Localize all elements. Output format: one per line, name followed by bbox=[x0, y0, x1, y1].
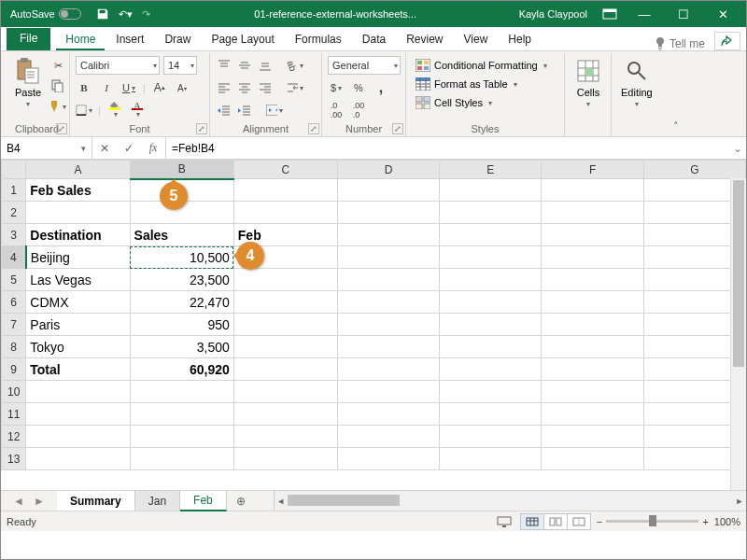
increase-decimal-icon[interactable]: .0.00 bbox=[328, 102, 345, 119]
align-center-icon[interactable] bbox=[236, 79, 253, 96]
row-header[interactable]: 4 bbox=[2, 246, 26, 269]
cut-icon[interactable]: ✂ bbox=[49, 57, 66, 74]
underline-button[interactable]: U bbox=[120, 79, 137, 96]
orientation-icon[interactable]: ab bbox=[287, 57, 303, 74]
tab-insert[interactable]: Insert bbox=[106, 29, 153, 50]
cell[interactable]: Feb Sales bbox=[26, 179, 130, 202]
row-header[interactable]: 9 bbox=[2, 358, 26, 381]
tab-view[interactable]: View bbox=[455, 29, 498, 50]
share-button[interactable] bbox=[714, 32, 740, 50]
page-layout-view-button[interactable] bbox=[543, 513, 568, 530]
save-icon[interactable] bbox=[96, 7, 109, 21]
row-header[interactable]: 8 bbox=[2, 336, 26, 358]
active-cell[interactable]: 10,500 bbox=[130, 246, 233, 269]
page-break-view-button[interactable] bbox=[567, 513, 591, 530]
sheet-tab-jan[interactable]: Jan bbox=[135, 491, 180, 511]
formula-input[interactable]: =Feb!B4 bbox=[166, 137, 729, 159]
tab-home[interactable]: Home bbox=[56, 29, 105, 50]
alignment-launcher[interactable]: ⤢ bbox=[308, 123, 319, 134]
row-header[interactable]: 6 bbox=[2, 291, 26, 314]
normal-view-button[interactable] bbox=[520, 513, 544, 530]
fill-color-button[interactable] bbox=[106, 102, 123, 119]
font-family-combo[interactable]: Calibri▾ bbox=[76, 56, 160, 75]
row-header[interactable]: 3 bbox=[2, 224, 26, 246]
col-header-B[interactable]: B bbox=[130, 161, 233, 179]
sheet-tab-feb[interactable]: Feb bbox=[180, 491, 227, 511]
ribbon-options-icon[interactable] bbox=[595, 1, 625, 27]
font-color-button[interactable]: A bbox=[129, 102, 146, 119]
align-middle-icon[interactable] bbox=[236, 57, 253, 74]
col-header-A[interactable]: A bbox=[26, 161, 130, 179]
tab-file[interactable]: File bbox=[7, 28, 50, 50]
collapse-ribbon-button[interactable]: ˄ bbox=[668, 53, 684, 136]
cancel-formula-button[interactable]: ✕ bbox=[92, 142, 117, 155]
display-settings-icon[interactable] bbox=[497, 516, 512, 527]
wrap-text-icon[interactable] bbox=[287, 79, 303, 96]
autosave-toggle[interactable]: AutoSave bbox=[5, 8, 87, 20]
tab-formulas[interactable]: Formulas bbox=[286, 29, 351, 50]
grow-font-button[interactable]: A▴ bbox=[151, 79, 168, 96]
comma-format-icon[interactable]: , bbox=[373, 79, 389, 96]
number-format-combo[interactable]: General▾ bbox=[328, 56, 401, 75]
row-header[interactable]: 13 bbox=[2, 448, 26, 470]
row-header[interactable]: 2 bbox=[2, 202, 26, 224]
new-sheet-button[interactable]: ⊕ bbox=[227, 491, 255, 511]
name-box[interactable]: B4▾ bbox=[1, 137, 92, 159]
enter-formula-button[interactable]: ✓ bbox=[117, 142, 141, 155]
sheet-nav-next[interactable]: ► bbox=[34, 495, 45, 508]
cell-styles-button[interactable]: Cell Styles bbox=[412, 94, 496, 111]
decrease-indent-icon[interactable] bbox=[216, 102, 233, 119]
tab-pagelayout[interactable]: Page Layout bbox=[202, 29, 283, 50]
col-header-C[interactable]: C bbox=[233, 161, 337, 179]
undo-icon[interactable]: ↶▾ bbox=[119, 8, 133, 21]
sheet-nav-prev[interactable]: ◄ bbox=[13, 495, 24, 508]
minimize-button[interactable]: — bbox=[625, 1, 664, 27]
tab-draw[interactable]: Draw bbox=[155, 29, 200, 50]
redo-icon[interactable]: ↷ bbox=[142, 8, 150, 21]
borders-button[interactable] bbox=[76, 102, 92, 119]
zoom-level[interactable]: 100% bbox=[714, 516, 740, 527]
copy-icon[interactable] bbox=[49, 77, 66, 94]
col-header-F[interactable]: F bbox=[542, 161, 643, 179]
row-header[interactable]: 1 bbox=[2, 179, 26, 202]
align-bottom-icon[interactable] bbox=[257, 57, 274, 74]
worksheet-grid[interactable]: A B C D E F G 1Feb Sales 2 3DestinationS… bbox=[1, 160, 746, 490]
zoom-slider[interactable]: − + bbox=[597, 516, 709, 527]
decrease-decimal-icon[interactable]: .00.0 bbox=[350, 102, 367, 119]
insert-function-button[interactable]: fx bbox=[141, 141, 165, 155]
zoom-out-button[interactable]: − bbox=[597, 516, 602, 527]
format-painter-icon[interactable] bbox=[49, 98, 66, 115]
select-all-corner[interactable] bbox=[2, 161, 26, 179]
col-header-D[interactable]: D bbox=[338, 161, 440, 179]
col-header-G[interactable]: G bbox=[643, 161, 745, 179]
shrink-font-button[interactable]: A▾ bbox=[174, 79, 190, 96]
tell-me-search[interactable]: Tell me bbox=[655, 37, 705, 50]
close-button[interactable]: ✕ bbox=[703, 1, 742, 27]
horizontal-scrollbar[interactable]: ◄► bbox=[274, 491, 746, 511]
accounting-format-icon[interactable]: $ bbox=[328, 79, 345, 96]
row-header[interactable]: 12 bbox=[2, 426, 26, 448]
maximize-button[interactable]: ☐ bbox=[664, 1, 703, 27]
tab-data[interactable]: Data bbox=[353, 29, 395, 50]
font-launcher[interactable]: ⤢ bbox=[196, 123, 207, 134]
editing-menu[interactable]: Editing ▾ bbox=[617, 55, 656, 110]
sheet-tab-summary[interactable]: Summary bbox=[57, 491, 135, 511]
user-name[interactable]: Kayla Claypool bbox=[512, 8, 595, 20]
align-top-icon[interactable] bbox=[216, 57, 233, 74]
col-header-E[interactable]: E bbox=[440, 161, 542, 179]
conditional-formatting-button[interactable]: Conditional Formatting bbox=[412, 57, 551, 74]
row-header[interactable]: 11 bbox=[2, 403, 26, 426]
align-right-icon[interactable] bbox=[257, 79, 274, 96]
expand-formula-bar-button[interactable]: ⌄ bbox=[729, 137, 746, 159]
increase-indent-icon[interactable] bbox=[236, 102, 253, 119]
vertical-scrollbar[interactable] bbox=[730, 178, 746, 490]
tab-help[interactable]: Help bbox=[499, 29, 541, 50]
merge-center-icon[interactable] bbox=[266, 102, 283, 119]
format-as-table-button[interactable]: Format as Table bbox=[412, 76, 521, 92]
tab-review[interactable]: Review bbox=[397, 29, 452, 50]
italic-button[interactable]: I bbox=[98, 79, 115, 96]
row-header[interactable]: 5 bbox=[2, 269, 26, 291]
row-header[interactable]: 7 bbox=[2, 314, 26, 336]
zoom-in-button[interactable]: + bbox=[702, 516, 708, 527]
align-left-icon[interactable] bbox=[216, 79, 233, 96]
